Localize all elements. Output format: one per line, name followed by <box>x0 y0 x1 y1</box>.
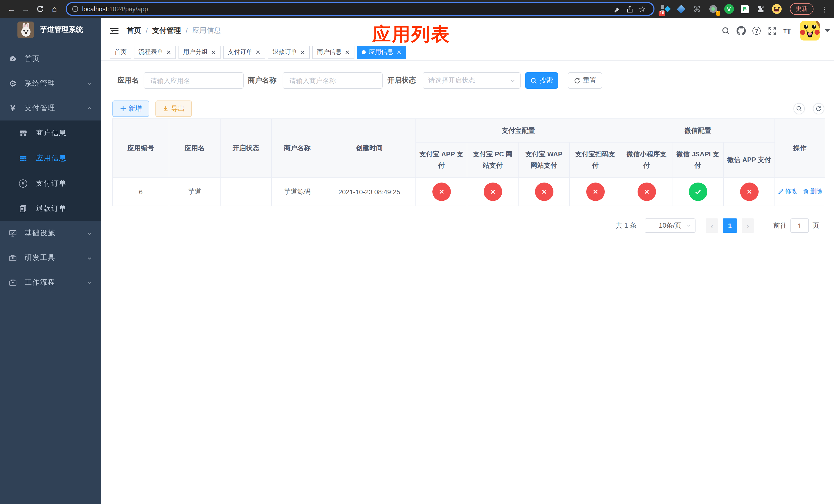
search-button[interactable]: 搜索 <box>525 72 558 89</box>
sidebar-logo[interactable]: 芋道管理系统 <box>0 18 101 42</box>
breadcrumb-home[interactable]: 首页 <box>127 26 141 36</box>
sidebar-item-app-info[interactable]: 应用信息 <box>0 145 101 171</box>
close-icon[interactable] <box>300 49 305 54</box>
delete-button[interactable]: 删除 <box>803 187 822 196</box>
col-header-status: 开启状态 <box>220 119 271 178</box>
sidebar-item-label: 首页 <box>25 54 40 64</box>
extensions-puzzle-icon[interactable] <box>755 3 766 15</box>
tab-label: 首页 <box>114 48 127 56</box>
app-name-input[interactable] <box>144 72 244 89</box>
sidebar-item-label: 研发工具 <box>25 253 56 262</box>
help-icon[interactable]: ? <box>749 23 764 39</box>
col-header-wx-mini: 微信小程序支付 <box>621 142 672 178</box>
url-bar[interactable]: localhost:1024/pay/app ☆ <box>66 2 655 16</box>
sidebar-item-home[interactable]: 首页 <box>0 47 101 71</box>
sidebar-item-label: 支付订单 <box>36 179 67 188</box>
shop-icon <box>19 129 27 137</box>
status-wx-app <box>740 183 758 201</box>
page-size-select[interactable]: 10条/页 <box>645 219 696 233</box>
browser-menu-icon[interactable]: ⋮ <box>821 5 828 13</box>
sidebar-item-label: 系统管理 <box>25 79 56 88</box>
page-size-value: 10条/页 <box>659 221 681 230</box>
extension-flag-icon[interactable] <box>739 3 750 15</box>
font-size-icon[interactable]: TT <box>780 23 795 39</box>
tags-view-bar: 首页 流程表单 用户分组 支付订单 退款订单 <box>101 44 834 61</box>
tab-merchant-info[interactable]: 商户信息 <box>312 45 354 59</box>
extension-vue-icon[interactable]: V <box>723 3 734 15</box>
table-toolbar: 新增 导出 <box>112 100 825 117</box>
close-icon[interactable] <box>166 49 171 54</box>
close-icon[interactable] <box>211 49 216 54</box>
tab-process-form[interactable]: 流程表单 <box>134 45 176 59</box>
url-text: localhost:1024/pay/app <box>82 5 148 13</box>
sidebar-item-dev-tools[interactable]: 研发工具 <box>0 246 101 270</box>
status-label: 开启状态 <box>387 76 416 85</box>
next-page-button[interactable]: › <box>742 219 754 233</box>
sidebar-item-merchant-info[interactable]: 商户信息 <box>0 120 101 145</box>
page-unit-label: 页 <box>812 221 819 230</box>
fullscreen-icon[interactable] <box>764 23 780 39</box>
extension-kite-icon[interactable] <box>676 3 687 15</box>
tab-label: 用户分组 <box>183 48 208 56</box>
sidebar-item-infrastructure[interactable]: 基础设施 <box>0 221 101 246</box>
sidebar-item-refund-orders[interactable]: 退款订单 <box>0 196 101 221</box>
tab-pay-orders[interactable]: 支付订单 <box>223 45 265 59</box>
browser-forward-icon[interactable]: → <box>19 2 33 16</box>
app-table: 应用编号 应用名 开启状态 商户名称 创建时间 支付宝配置 微信配置 操作 支付… <box>112 118 825 206</box>
tab-user-group[interactable]: 用户分组 <box>178 45 221 59</box>
goto-page-input[interactable] <box>790 219 809 233</box>
status-wx-mini <box>637 183 656 201</box>
browser-reload-icon[interactable] <box>33 2 47 16</box>
prev-page-button[interactable]: ‹ <box>706 219 718 233</box>
export-button[interactable]: 导出 <box>155 100 192 117</box>
sidebar-item-payment[interactable]: ¥ 支付管理 <box>0 96 101 120</box>
breadcrumb-payment[interactable]: 支付管理 <box>152 26 181 36</box>
extension-recorder-icon[interactable]: 1 <box>707 3 719 15</box>
github-icon[interactable] <box>733 23 749 39</box>
add-button[interactable]: 新增 <box>112 100 149 117</box>
sidebar-item-system[interactable]: ⚙ 系统管理 <box>0 71 101 96</box>
tab-label: 应用信息 <box>369 48 393 56</box>
password-key-icon[interactable] <box>611 3 624 15</box>
toggle-search-button[interactable] <box>793 103 805 114</box>
profile-avatar-icon[interactable] <box>771 3 782 15</box>
search-icon[interactable] <box>718 23 733 39</box>
extension-command-icon[interactable]: ⌘ <box>692 3 703 15</box>
col-header-created: 创建时间 <box>323 119 416 178</box>
status-select[interactable]: 请选择开启状态 <box>423 72 521 89</box>
browser-back-icon[interactable]: ← <box>4 2 19 16</box>
col-header-ops: 操作 <box>775 119 825 178</box>
sidebar-item-label: 工作流程 <box>25 278 56 287</box>
sidebar-item-label: 基础设施 <box>25 229 56 238</box>
sidebar-item-pay-orders[interactable]: ¥ 支付订单 <box>0 171 101 196</box>
extension-grid-icon[interactable]: 10 <box>660 3 671 15</box>
tab-app-info[interactable]: 应用信息 <box>357 45 406 59</box>
extensions-area: 10 ⌘ 1 V 更新 ⋮ <box>660 3 828 15</box>
edit-button[interactable]: 修改 <box>777 187 797 196</box>
chevron-up-icon <box>87 105 92 111</box>
sidebar-item-workflow[interactable]: 工作流程 <box>0 270 101 295</box>
close-icon[interactable] <box>345 49 350 54</box>
refresh-icon <box>574 77 580 84</box>
current-page-button[interactable]: 1 <box>723 219 737 233</box>
chrome-update-button[interactable]: 更新 <box>790 3 813 15</box>
sidebar-collapse-icon[interactable] <box>109 25 120 37</box>
avatar-caret-icon[interactable] <box>825 29 830 32</box>
yen-icon: ¥ <box>9 104 17 112</box>
extension-badge: 1 <box>716 10 720 16</box>
reset-button[interactable]: 重置 <box>568 72 602 89</box>
tab-refund-orders[interactable]: 退款订单 <box>268 45 310 59</box>
col-header-wx-app: 微信 APP 支付 <box>723 142 775 178</box>
close-icon[interactable] <box>396 49 402 54</box>
browser-home-icon[interactable]: ⌂ <box>47 2 62 16</box>
col-group-alipay: 支付宝配置 <box>416 119 621 142</box>
merchant-name-input[interactable] <box>283 72 382 89</box>
site-info-icon[interactable] <box>72 6 79 12</box>
bookmark-star-icon[interactable]: ☆ <box>636 3 648 15</box>
share-icon[interactable] <box>624 3 636 15</box>
breadcrumb-separator: / <box>146 27 148 35</box>
refresh-table-button[interactable] <box>813 103 824 114</box>
close-icon[interactable] <box>256 49 261 54</box>
user-avatar[interactable] <box>800 21 820 41</box>
tab-home[interactable]: 首页 <box>110 45 131 59</box>
